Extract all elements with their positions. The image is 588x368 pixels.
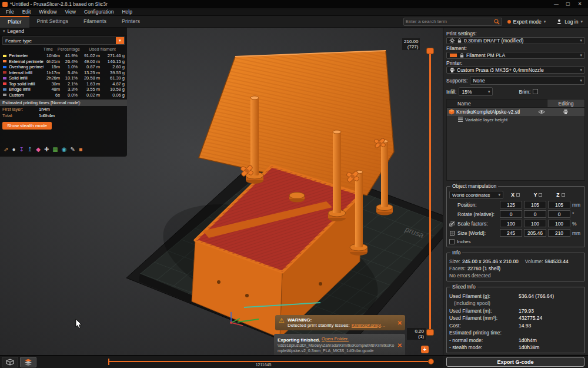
total-time: Total:1d0h4m bbox=[0, 112, 127, 119]
search-input[interactable] bbox=[406, 19, 494, 24]
printer-select[interactable]: Custom Prusa i3 MK3S+ 0,4mmNozzle ▾ bbox=[446, 67, 585, 74]
menu-view[interactable]: View bbox=[61, 8, 80, 16]
close-icon[interactable]: ✕ bbox=[397, 320, 402, 326]
wipe-icon[interactable]: ● bbox=[12, 146, 15, 153]
maximize-button[interactable]: ▢ bbox=[562, 0, 574, 8]
feature-color bbox=[2, 71, 7, 74]
menu-window[interactable]: Window bbox=[35, 8, 61, 16]
brim-checkbox[interactable] bbox=[533, 89, 538, 94]
moves-slider[interactable] bbox=[109, 361, 430, 362]
eye-icon[interactable] bbox=[538, 110, 545, 114]
rotate-z-input[interactable]: 0 bbox=[548, 210, 570, 218]
close-icon[interactable]: ✕ bbox=[397, 342, 402, 348]
menu-file[interactable]: File bbox=[2, 8, 18, 16]
legend-row: External perimeter6h21m26.4%49.00 m146.1… bbox=[0, 59, 127, 65]
axis-lock-icon[interactable] bbox=[539, 193, 542, 197]
shells-icon[interactable]: ■ bbox=[79, 146, 82, 153]
menu-configuration[interactable]: Configuration bbox=[80, 8, 118, 16]
position-x-input[interactable]: 125 bbox=[500, 201, 522, 208]
scale-x-input[interactable]: 100 bbox=[500, 220, 522, 227]
axis-lock-icon[interactable] bbox=[562, 193, 565, 197]
legend-header[interactable]: ▾ Legend bbox=[0, 28, 127, 35]
dropdown-button[interactable]: ▼ bbox=[116, 37, 124, 44]
position-z-input[interactable]: 105 bbox=[548, 201, 570, 208]
supports-select[interactable]: None ▾ bbox=[470, 76, 585, 85]
retractions-icon[interactable]: ↧ bbox=[19, 146, 24, 153]
brim-label: Brim: bbox=[519, 89, 530, 95]
size-z-input[interactable]: 210 bbox=[548, 229, 570, 237]
print-settings-label: Print settings: bbox=[446, 31, 585, 37]
coordinate-system-value: World coordinates bbox=[452, 193, 496, 198]
travel-moves-icon[interactable]: ⇗ bbox=[4, 146, 8, 153]
legend-panel: ▾ Legend Feature type ▼ Time Percentage … bbox=[0, 28, 127, 157]
layers-icon bbox=[457, 117, 463, 122]
rotate-y-input[interactable]: 0 bbox=[524, 210, 546, 218]
moves-slider-value: 1211645 bbox=[240, 363, 287, 367]
scale-y-input[interactable]: 100 bbox=[524, 220, 546, 227]
login-button[interactable]: Log in ▾ bbox=[551, 19, 588, 25]
3d-editor-view-button[interactable] bbox=[2, 357, 18, 367]
position-y-input[interactable]: 105 bbox=[524, 201, 546, 208]
menu-edit[interactable]: Edit bbox=[18, 8, 35, 16]
lock-icon bbox=[457, 38, 462, 44]
scale-z-input[interactable]: 100 bbox=[548, 220, 570, 227]
menu-help[interactable]: Help bbox=[118, 8, 136, 16]
layer-slider-top-handle[interactable] bbox=[426, 48, 434, 54]
feature-color bbox=[2, 82, 7, 85]
size-y-input[interactable]: 205.46 bbox=[524, 229, 546, 237]
axis-y-header: Y bbox=[527, 192, 548, 198]
search-icon[interactable] bbox=[494, 19, 500, 25]
chevron-down-icon: ▾ bbox=[580, 19, 583, 24]
axis-z-header: Z bbox=[550, 192, 571, 198]
add-color-change-icon[interactable]: + bbox=[421, 346, 429, 353]
sliced-info-row: Used Filament (m):179.93 bbox=[449, 308, 582, 314]
show-stealth-mode-button[interactable]: Show stealth mode bbox=[2, 122, 52, 130]
warning-text: Detected print stability issues: bbox=[288, 323, 350, 328]
rotate-x-input[interactable]: 0 bbox=[500, 210, 522, 218]
layer-slider[interactable] bbox=[429, 50, 431, 334]
preview-view-button[interactable] bbox=[20, 357, 36, 367]
axis-lock-icon[interactable] bbox=[516, 193, 520, 197]
printable-toggle-icon[interactable] bbox=[563, 109, 569, 115]
deretractions-icon[interactable]: ↥ bbox=[28, 146, 32, 153]
inches-label: Inches bbox=[457, 239, 471, 244]
tab-filaments[interactable]: Filaments bbox=[76, 16, 114, 28]
coordinate-system-select[interactable]: World coordinates ▾ bbox=[449, 191, 503, 199]
print-settings-select[interactable]: 0.30mm DRAFT (modified) ▾ bbox=[446, 37, 585, 44]
view-type-select[interactable]: Feature type ▼ bbox=[2, 37, 125, 45]
export-gcode-button[interactable]: Export G-code bbox=[446, 357, 584, 367]
infill-select[interactable]: 15% ▾ bbox=[459, 87, 493, 96]
login-label: Log in bbox=[564, 19, 578, 25]
tab-print-settings[interactable]: Print Settings bbox=[29, 16, 76, 28]
bottom-toolbar: 1211645 bbox=[0, 355, 443, 368]
editing-column-header[interactable]: Editing bbox=[547, 100, 584, 107]
color-changes-icon[interactable]: ▦ bbox=[52, 146, 58, 153]
minimize-button[interactable]: — bbox=[550, 0, 562, 8]
warning-notification: ⚠ WARNING: Detected print stability issu… bbox=[275, 315, 405, 330]
object-name: KrmitkoKompletAlpske-v2.stl bbox=[456, 109, 536, 115]
tool-changes-icon[interactable]: ✚ bbox=[44, 146, 49, 153]
layer-slider-bottom-handle[interactable] bbox=[426, 329, 434, 336]
filament-select[interactable]: Filament PM PLA ▾ bbox=[446, 52, 585, 59]
search-box[interactable] bbox=[403, 18, 502, 26]
variable-layer-height-row[interactable]: Variable layer height bbox=[447, 116, 584, 123]
size-x-input[interactable]: 245 bbox=[500, 229, 522, 237]
scale-row: Scale factors: 100 100 100 % bbox=[449, 220, 582, 227]
feature-color bbox=[2, 65, 7, 69]
pause-prints-icon[interactable]: ◉ bbox=[62, 146, 67, 153]
legend-row: Perimeter10h6m41.9%91.02 m271.46 g bbox=[0, 53, 127, 59]
size-row: Size [World]: 245 205.46 210 mm bbox=[449, 229, 582, 237]
chevron-down-icon: ▾ bbox=[488, 89, 490, 94]
custom-gcode-icon[interactable]: ✎ bbox=[71, 146, 75, 153]
tab-printers[interactable]: Printers bbox=[114, 16, 148, 28]
warning-object-link[interactable]: KrmitkoKompletAlpske-v2.stl bbox=[352, 323, 386, 328]
open-folder-link[interactable]: Open Folder. bbox=[322, 336, 349, 342]
seams-icon[interactable]: ◆ bbox=[36, 146, 41, 153]
close-button[interactable]: ✕ bbox=[574, 0, 586, 8]
mode-selector[interactable]: Expert mode ▾ bbox=[502, 19, 552, 25]
moves-slider-handle[interactable] bbox=[428, 359, 434, 364]
object-list-row[interactable]: KrmitkoKompletAlpske-v2.stl bbox=[447, 108, 584, 116]
inches-checkbox[interactable] bbox=[449, 239, 455, 244]
tab-plater[interactable]: Plater bbox=[0, 16, 29, 28]
collapse-icon: ▾ bbox=[3, 29, 5, 34]
